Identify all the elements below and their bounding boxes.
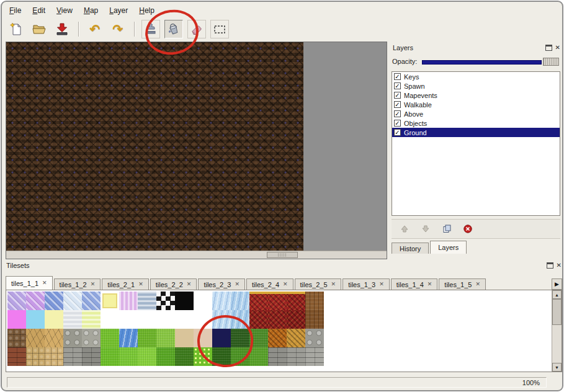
delete-layer-button[interactable] <box>461 223 475 235</box>
layer-visibility-checkbox[interactable]: ✓ <box>394 73 401 80</box>
menu-file[interactable]: File <box>4 4 26 17</box>
tileset-tile[interactable] <box>305 329 324 347</box>
tileset-tile[interactable] <box>287 310 305 329</box>
tileset-tile[interactable] <box>194 347 212 366</box>
undo-button[interactable]: ↶ <box>86 20 104 38</box>
tileset-tile[interactable] <box>305 347 324 366</box>
tileset-tile[interactable] <box>249 347 268 366</box>
lower-layer-button[interactable] <box>419 223 432 235</box>
tileset-tile[interactable] <box>63 310 82 329</box>
map-scrollbar-thumb[interactable] <box>267 252 298 258</box>
tileset-tile[interactable] <box>7 292 26 310</box>
layer-row-mapevents[interactable]: ✓Mapevents <box>392 91 560 100</box>
tileset-tile[interactable] <box>212 329 231 347</box>
layer-visibility-checkbox[interactable]: ✓ <box>394 92 401 99</box>
layer-visibility-checkbox[interactable]: ✓ <box>394 101 401 108</box>
tileset-tile[interactable] <box>82 292 101 310</box>
tileset-tile[interactable] <box>45 292 63 310</box>
tileset-tile[interactable] <box>175 347 194 366</box>
tileset-tile[interactable] <box>119 292 138 310</box>
tileset-tile[interactable] <box>231 329 249 347</box>
layer-visibility-checkbox[interactable]: ✓ <box>394 120 401 127</box>
tileset-tile[interactable] <box>156 292 175 310</box>
layer-row-keys[interactable]: ✓Keys <box>392 72 560 81</box>
tileset-tile[interactable] <box>45 347 63 366</box>
close-tab-icon[interactable]: ✕ <box>475 282 480 287</box>
tileset-tile[interactable] <box>212 347 231 366</box>
float-panel-icon[interactable] <box>545 45 552 51</box>
tileset-tile[interactable] <box>249 310 268 329</box>
tileset-tile[interactable] <box>63 329 82 347</box>
tileset-tile[interactable] <box>7 347 26 366</box>
tileset-tile[interactable] <box>82 310 101 329</box>
tileset-tab-tiles_2_2[interactable]: tiles_2_2✕ <box>150 278 197 290</box>
select-tool-button[interactable] <box>210 20 229 38</box>
close-tab-icon[interactable]: ✕ <box>235 282 239 287</box>
tileset-tab-tiles_1_1[interactable]: tiles_1_1✕ <box>6 276 53 290</box>
menu-map[interactable]: Map <box>79 4 103 17</box>
tileset-tile[interactable] <box>63 347 82 366</box>
tileset-tile[interactable] <box>305 292 324 310</box>
tileset-tile[interactable] <box>305 310 324 329</box>
layer-visibility-checkbox[interactable]: ✓ <box>394 110 401 117</box>
tileset-tile[interactable] <box>138 347 156 366</box>
close-tab-icon[interactable]: ✕ <box>331 282 336 287</box>
close-tab-icon[interactable]: ✕ <box>427 282 432 287</box>
close-panel-icon[interactable]: ✕ <box>557 262 562 269</box>
layer-row-objects[interactable]: ✓Objects <box>392 118 560 128</box>
layer-row-walkable[interactable]: ✓Walkable <box>392 100 560 109</box>
menu-layer[interactable]: Layer <box>104 4 133 17</box>
close-tab-icon[interactable]: ✕ <box>379 282 384 287</box>
tileset-tab-tiles_1_2[interactable]: tiles_1_2✕ <box>54 278 101 290</box>
tileset-tab-tiles_2_4[interactable]: tiles_2_4✕ <box>246 278 293 290</box>
tileset-tile[interactable] <box>268 310 287 329</box>
menu-help[interactable]: Help <box>134 4 159 17</box>
close-tab-icon[interactable]: ✕ <box>283 282 288 287</box>
tileset-tab-tiles_2_5[interactable]: tiles_2_5✕ <box>295 278 342 290</box>
fill-tool-button[interactable] <box>164 20 183 38</box>
float-panel-icon[interactable] <box>547 262 553 269</box>
tileset-scrollbar-thumb[interactable] <box>552 299 562 325</box>
scroll-up-button[interactable]: ▲ <box>552 290 562 299</box>
tileset-tile[interactable] <box>82 329 101 347</box>
tab-layers[interactable]: Layers <box>430 241 467 254</box>
tileset-tile[interactable] <box>156 310 175 329</box>
tileset-tile[interactable] <box>231 310 249 329</box>
tileset-tile[interactable] <box>156 329 175 347</box>
duplicate-layer-button[interactable] <box>440 223 454 235</box>
tileset-tile[interactable] <box>287 347 305 366</box>
tileset-tab-tiles_2_1[interactable]: tiles_2_1✕ <box>102 278 149 290</box>
tileset-tile[interactable] <box>138 292 156 310</box>
tileset-tile[interactable] <box>26 347 45 366</box>
tileset-tile[interactable] <box>101 310 119 329</box>
close-tab-icon[interactable]: ✕ <box>91 282 96 287</box>
tileset-vertical-scrollbar[interactable]: ▲ ▼ <box>552 290 562 372</box>
stamp-tool-button[interactable] <box>141 20 160 38</box>
map-horizontal-scrollbar[interactable] <box>6 251 387 259</box>
tileset-tile[interactable] <box>26 292 45 310</box>
tileset-tile[interactable] <box>268 292 287 310</box>
tileset-tile[interactable] <box>212 310 231 329</box>
tileset-tab-tiles_2_3[interactable]: tiles_2_3✕ <box>198 278 245 290</box>
tileset-tile[interactable] <box>194 292 212 310</box>
opacity-slider-thumb[interactable] <box>543 58 559 66</box>
tileset-tile[interactable] <box>82 347 101 366</box>
new-map-button[interactable] <box>7 20 25 38</box>
tileset-tile[interactable] <box>249 292 268 310</box>
tileset-tile[interactable] <box>231 347 249 366</box>
tileset-tile[interactable] <box>268 347 287 366</box>
layer-visibility-checkbox[interactable]: ✓ <box>394 129 401 136</box>
map-canvas[interactable] <box>6 42 387 259</box>
tileset-tile[interactable] <box>101 329 119 347</box>
redo-button[interactable]: ↷ <box>109 20 127 38</box>
layer-row-ground[interactable]: ✓Ground <box>392 128 560 137</box>
tileset-tile[interactable] <box>26 310 45 329</box>
close-tab-icon[interactable]: ✕ <box>138 282 143 287</box>
tileset-tile[interactable] <box>26 329 45 347</box>
tileset-tab-tiles_1_3[interactable]: tiles_1_3✕ <box>342 278 390 290</box>
tileset-tab-tiles_1_5[interactable]: tiles_1_5✕ <box>439 278 486 290</box>
tileset-tile[interactable] <box>138 329 156 347</box>
raise-layer-button[interactable] <box>398 223 411 235</box>
tileset-tile[interactable] <box>212 292 231 310</box>
layer-row-above[interactable]: ✓Above <box>392 109 560 118</box>
